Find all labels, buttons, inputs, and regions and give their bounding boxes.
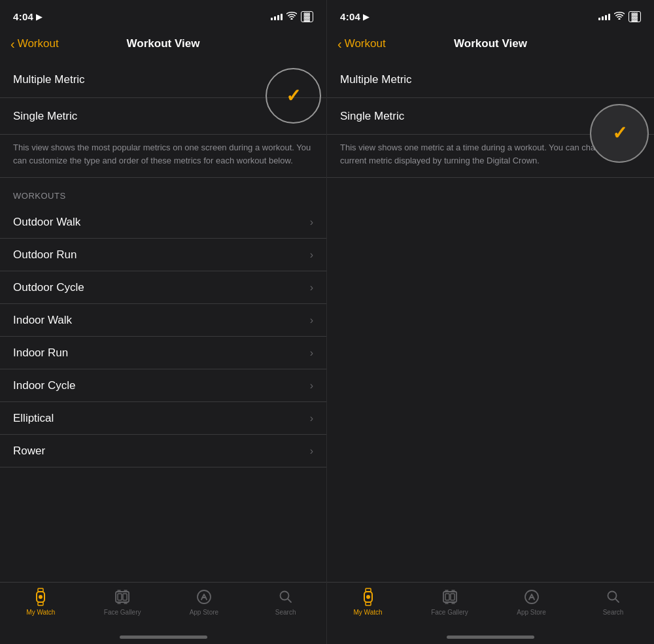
search-icon-left bbox=[277, 588, 295, 606]
list-item-indoor-walk[interactable]: Indoor Walk › bbox=[0, 304, 326, 337]
tab-bar-left: My Watch Face Gallery bbox=[0, 582, 326, 636]
svg-point-3 bbox=[39, 595, 43, 599]
list-item-indoor-run[interactable]: Indoor Run › bbox=[0, 337, 326, 369]
content-left: Multiple Metric Single Metric ✓ This vie… bbox=[0, 61, 326, 582]
nav-bar-left: ‹ Workout Workout View bbox=[0, 29, 326, 61]
tab-face-gallery-right[interactable]: Face Gallery bbox=[409, 588, 490, 617]
chevron-outdoor-cycle: › bbox=[310, 282, 313, 294]
watch-icon-left bbox=[31, 588, 50, 606]
chevron-indoor-cycle: › bbox=[310, 380, 313, 392]
face-gallery-icon-right bbox=[441, 588, 459, 606]
home-indicator-left bbox=[120, 636, 207, 639]
tab-face-gallery-label-left: Face Gallery bbox=[104, 609, 141, 617]
back-label-right: Workout bbox=[345, 37, 386, 50]
wifi-icon-right bbox=[614, 11, 625, 22]
svg-rect-10 bbox=[366, 602, 371, 605]
app-store-icon-left bbox=[195, 588, 213, 606]
checkmark-circle-right: ✓ bbox=[590, 104, 649, 163]
svg-rect-1 bbox=[38, 588, 43, 592]
battery-icon-left: ▓ bbox=[301, 11, 313, 22]
chevron-indoor-walk: › bbox=[310, 314, 313, 326]
watch-icon-right bbox=[359, 588, 377, 606]
back-label-left: Workout bbox=[18, 37, 59, 50]
location-icon-right: ▶ bbox=[363, 12, 370, 22]
checkmark-icon-right: ✓ bbox=[612, 124, 627, 143]
left-panel: 4:04 ▶ ▓ ‹ Workout Workout View bbox=[0, 0, 327, 644]
chevron-outdoor-walk: › bbox=[310, 216, 313, 228]
wifi-icon-left bbox=[286, 11, 297, 22]
signal-right bbox=[598, 12, 610, 20]
option-single-label-right: Single Metric bbox=[340, 110, 404, 123]
nav-bar-right: ‹ Workout Workout View bbox=[327, 29, 654, 61]
checkmark-icon-left: ✓ bbox=[286, 87, 301, 105]
list-item-indoor-cycle[interactable]: Indoor Cycle › bbox=[0, 369, 326, 402]
time-left: 4:04 bbox=[13, 11, 33, 22]
option-multiple-label-left: Multiple Metric bbox=[13, 73, 85, 86]
svg-rect-13 bbox=[445, 594, 449, 600]
tab-my-watch-left[interactable]: My Watch bbox=[0, 588, 82, 617]
tab-app-store-left[interactable]: App Store bbox=[164, 588, 245, 617]
option-multiple-label-right: Multiple Metric bbox=[340, 73, 412, 86]
tab-app-store-label-left: App Store bbox=[190, 609, 218, 617]
chevron-indoor-run: › bbox=[310, 347, 313, 359]
nav-title-left: Workout View bbox=[127, 37, 200, 50]
face-gallery-icon-left bbox=[113, 588, 131, 606]
back-chevron-left: ‹ bbox=[10, 37, 15, 52]
svg-rect-9 bbox=[366, 588, 371, 592]
tab-bar-right: My Watch Face Gallery bbox=[327, 582, 654, 636]
list-item-outdoor-walk[interactable]: Outdoor Walk › bbox=[0, 206, 326, 239]
tab-my-watch-right[interactable]: My Watch bbox=[327, 588, 409, 617]
search-icon-right bbox=[604, 588, 623, 606]
tab-my-watch-label-right: My Watch bbox=[353, 609, 382, 617]
back-button-left[interactable]: ‹ Workout bbox=[10, 37, 59, 52]
status-icons-left: ▓ bbox=[271, 11, 313, 22]
app-store-icon-right bbox=[523, 588, 541, 606]
chevron-elliptical: › bbox=[310, 413, 313, 424]
status-bar-left: 4:04 ▶ ▓ bbox=[0, 0, 326, 29]
tab-face-gallery-label-right: Face Gallery bbox=[431, 609, 468, 617]
list-item-outdoor-run[interactable]: Outdoor Run › bbox=[0, 239, 326, 271]
tab-search-label-right: Search bbox=[603, 609, 624, 617]
signal-left bbox=[271, 12, 283, 20]
tab-my-watch-label-left: My Watch bbox=[26, 609, 55, 617]
status-bar-right: 4:04 ▶ ▓ bbox=[327, 0, 654, 29]
chevron-rower: › bbox=[310, 445, 313, 457]
checkmark-circle-left: ✓ bbox=[266, 68, 321, 124]
section-header-left: WORKOUTS bbox=[0, 178, 326, 206]
back-chevron-right: ‹ bbox=[337, 37, 342, 52]
workout-list-left: Outdoor Walk › Outdoor Run › Outdoor Cyc… bbox=[0, 206, 326, 467]
list-item-outdoor-cycle[interactable]: Outdoor Cycle › bbox=[0, 271, 326, 304]
right-panel: 4:04 ▶ ▓ ‹ Workout Workout View bbox=[327, 0, 654, 644]
nav-title-right: Workout View bbox=[454, 37, 527, 50]
tab-search-right[interactable]: Search bbox=[572, 588, 654, 617]
svg-rect-5 bbox=[118, 594, 122, 600]
list-item-rower[interactable]: Rower › bbox=[0, 435, 326, 467]
tab-app-store-right[interactable]: App Store bbox=[490, 588, 572, 617]
option-multiple-metric-right[interactable]: Multiple Metric bbox=[327, 61, 654, 98]
svg-rect-6 bbox=[123, 594, 127, 600]
svg-rect-14 bbox=[451, 594, 455, 600]
tab-search-label-left: Search bbox=[275, 609, 296, 617]
tab-search-left[interactable]: Search bbox=[245, 588, 326, 617]
svg-point-11 bbox=[366, 595, 370, 599]
home-indicator-right bbox=[447, 636, 534, 639]
battery-icon-right: ▓ bbox=[628, 11, 641, 22]
description-left: This view shows the most popular metrics… bbox=[0, 135, 326, 178]
tab-app-store-label-right: App Store bbox=[517, 609, 545, 617]
tab-face-gallery-left[interactable]: Face Gallery bbox=[82, 588, 164, 617]
chevron-outdoor-run: › bbox=[310, 249, 313, 261]
time-right: 4:04 bbox=[340, 11, 360, 22]
svg-rect-2 bbox=[38, 602, 43, 605]
options-container-right: Multiple Metric Single Metric ✓ bbox=[327, 61, 654, 135]
location-icon-left: ▶ bbox=[36, 12, 43, 22]
back-button-right[interactable]: ‹ Workout bbox=[337, 37, 386, 52]
option-single-label-left: Single Metric bbox=[13, 110, 77, 123]
options-container-left: Multiple Metric Single Metric ✓ bbox=[0, 61, 326, 135]
list-item-elliptical[interactable]: Elliptical › bbox=[0, 402, 326, 435]
content-right: Multiple Metric Single Metric ✓ This vie… bbox=[327, 61, 654, 582]
status-icons-right: ▓ bbox=[598, 11, 641, 22]
